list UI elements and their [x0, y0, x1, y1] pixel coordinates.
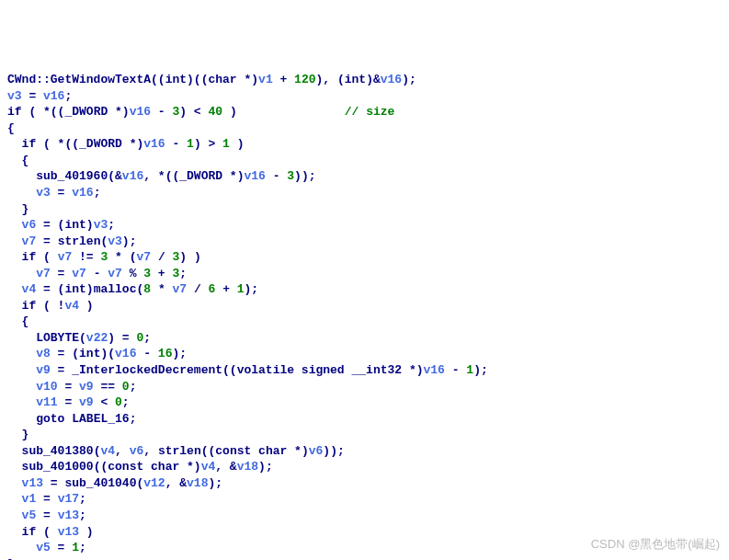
- code-line: if ( v7 != 3 * (v7 / 3) ): [7, 250, 201, 264]
- code-line: v3 = v16;: [7, 186, 100, 200]
- decompiled-code-block: CWnd::GetWindowTextA((int)((char *)v1 + …: [7, 72, 722, 560]
- code-line: v8 = (int)(v16 - 16);: [7, 347, 187, 360]
- code-line: sub_401380(v4, v6, strlen((const char *)…: [7, 444, 345, 458]
- comment-size: // size: [345, 105, 395, 119]
- code-line: }: [7, 428, 28, 441]
- code-line: sub_401960(&v16, *((_DWORD *)v16 - 3));: [7, 169, 316, 183]
- code-line: v7 = v7 - v7 % 3 + 3;: [7, 267, 187, 280]
- code-line: v10 = v9 == 0;: [7, 380, 136, 394]
- code-line: v5 = 1;: [7, 541, 86, 554]
- code-line: LOBYTE(v22) = 0;: [7, 331, 151, 345]
- code-line: v7 = strlen(v3);: [7, 234, 136, 248]
- code-line: v13 = sub_401040(v12, &v18);: [7, 476, 222, 490]
- code-line: if ( *((_DWORD *)v16 - 3) < 40 ) // size: [7, 105, 394, 119]
- code-line: v1 = v17;: [7, 492, 86, 506]
- code-line: {: [7, 121, 15, 135]
- code-line: sub_401000((const char *)v4, &v18);: [7, 460, 273, 474]
- code-line: if ( !v4 ): [7, 299, 94, 313]
- code-line: v9 = _InterlockedDecrement((volatile sig…: [7, 363, 488, 377]
- code-line: if ( *((_DWORD *)v16 - 1) > 1 ): [7, 137, 245, 151]
- code-line: }: [7, 557, 15, 560]
- code-line: }: [7, 202, 28, 216]
- code-line: v3 = v16;: [7, 89, 72, 103]
- code-line: CWnd::GetWindowTextA((int)((char *)v1 + …: [7, 73, 416, 86]
- code-line: {: [7, 154, 28, 167]
- code-line: {: [7, 314, 28, 328]
- code-line: goto LABEL_16;: [7, 412, 136, 426]
- code-line: v11 = v9 < 0;: [7, 395, 130, 409]
- code-line: v5 = v13;: [7, 509, 86, 522]
- code-line: v6 = (int)v3;: [7, 218, 115, 232]
- code-line: if ( v13 ): [7, 525, 94, 539]
- code-line: v4 = (int)malloc(8 * v7 / 6 + 1);: [7, 282, 258, 296]
- watermark-text: CSDN @黑色地带(崛起): [591, 536, 720, 553]
